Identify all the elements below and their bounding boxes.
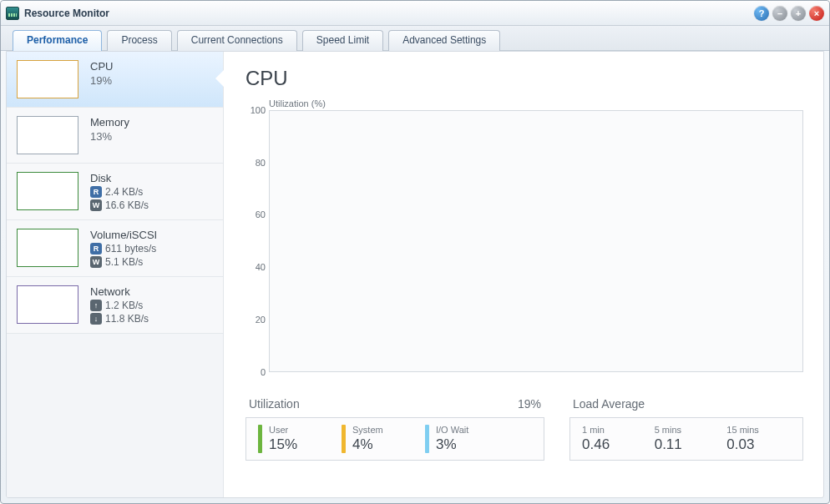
user-bar-icon bbox=[258, 425, 262, 453]
user-value: 15% bbox=[269, 436, 297, 453]
summary-panels: Utilization 19% User 15% bbox=[245, 397, 803, 461]
tab-speed-limit[interactable]: Speed Limit bbox=[302, 30, 383, 51]
sidebar-volume-write: 5.1 KB/s bbox=[105, 256, 143, 268]
y-tick-100: 100 bbox=[245, 105, 266, 115]
write-badge-icon: W bbox=[90, 256, 102, 268]
sidebar-volume-label: Volume/iSCSI bbox=[90, 229, 157, 241]
maximize-button[interactable]: + bbox=[791, 6, 806, 21]
sidebar-network-down: 11.8 KB/s bbox=[105, 313, 149, 325]
upload-icon bbox=[90, 300, 102, 311]
y-tick-40: 40 bbox=[245, 262, 266, 272]
sidebar-memory-value: 13% bbox=[90, 130, 129, 143]
sidebar-item-network[interactable]: Network 1.2 KB/s 11.8 KB/s bbox=[7, 277, 223, 334]
memory-thumb bbox=[17, 116, 78, 154]
load-5min-value: 0.11 bbox=[655, 436, 719, 453]
sidebar-disk-label: Disk bbox=[90, 172, 149, 184]
metric-system: System 4% bbox=[342, 425, 417, 453]
metric-iowait: I/O Wait 3% bbox=[425, 425, 500, 453]
sidebar-item-memory[interactable]: Memory 13% bbox=[7, 108, 223, 164]
sidebar-volume-read: 611 bytes/s bbox=[105, 243, 156, 255]
utilization-heading: Utilization bbox=[249, 397, 300, 411]
disk-thumb bbox=[17, 172, 78, 210]
load-15min-label: 15 mins bbox=[726, 425, 791, 435]
window-title: Resource Monitor bbox=[24, 8, 109, 19]
y-tick-60: 60 bbox=[245, 209, 266, 219]
sidebar-cpu-value: 19% bbox=[90, 74, 113, 87]
body: CPU 19% Memory 13% Disk R 2.4 KB/s bbox=[6, 51, 824, 498]
load-5min-label: 5 mins bbox=[655, 425, 719, 435]
minimize-button[interactable]: – bbox=[772, 6, 787, 21]
metric-user: User 15% bbox=[258, 425, 333, 453]
sidebar-cpu-label: CPU bbox=[90, 60, 113, 73]
y-tick-20: 20 bbox=[245, 315, 266, 325]
page-title: CPU bbox=[245, 67, 803, 90]
tab-performance[interactable]: Performance bbox=[13, 30, 102, 51]
sidebar-disk-write: 16.6 KB/s bbox=[105, 199, 149, 211]
read-badge-icon: R bbox=[90, 186, 102, 198]
utilization-total: 19% bbox=[518, 397, 541, 411]
tab-process[interactable]: Process bbox=[107, 30, 171, 51]
resource-monitor-window: Resource Monitor ? – + × Performance Pro… bbox=[0, 0, 830, 504]
network-thumb bbox=[17, 285, 78, 324]
load-1min-value: 0.46 bbox=[582, 436, 646, 453]
sidebar-network-up: 1.2 KB/s bbox=[105, 300, 143, 311]
load-1min: 1 min 0.46 bbox=[582, 425, 646, 453]
write-badge-icon: W bbox=[90, 199, 102, 211]
y-tick-0: 0 bbox=[245, 367, 266, 377]
system-bar-icon bbox=[342, 425, 346, 453]
load-15min: 15 mins 0.03 bbox=[726, 425, 791, 453]
download-icon bbox=[90, 313, 102, 325]
system-value: 4% bbox=[352, 436, 383, 453]
cpu-thumb bbox=[17, 60, 78, 98]
tab-current-connections[interactable]: Current Connections bbox=[177, 30, 297, 51]
volume-thumb bbox=[17, 229, 78, 267]
sidebar-network-label: Network bbox=[90, 285, 149, 298]
iowait-label: I/O Wait bbox=[436, 425, 468, 435]
load-1min-label: 1 min bbox=[582, 425, 646, 435]
cpu-chart: 100 80 60 40 20 0 bbox=[245, 110, 803, 386]
user-label: User bbox=[269, 425, 297, 435]
loadavg-heading: Load Average bbox=[573, 397, 645, 411]
sidebar-item-volume[interactable]: Volume/iSCSI R 611 bytes/s W 5.1 KB/s bbox=[7, 220, 223, 277]
chart-axis-label: Utilization (%) bbox=[269, 98, 803, 108]
tabstrip: Performance Process Current Connections … bbox=[1, 26, 829, 51]
read-badge-icon: R bbox=[90, 243, 102, 255]
close-button[interactable]: × bbox=[809, 6, 824, 21]
loadavg-panel: Load Average 1 min 0.46 5 mins 0.11 15 m… bbox=[569, 397, 803, 461]
system-label: System bbox=[352, 425, 383, 435]
sidebar-memory-label: Memory bbox=[90, 116, 129, 129]
chart-plot-area bbox=[269, 110, 803, 372]
titlebar: Resource Monitor ? – + × bbox=[1, 1, 829, 26]
sidebar: CPU 19% Memory 13% Disk R 2.4 KB/s bbox=[7, 52, 224, 497]
utilization-panel: Utilization 19% User 15% bbox=[245, 397, 544, 461]
load-15min-value: 0.03 bbox=[726, 436, 791, 453]
main-panel: CPU Utilization (%) 100 80 60 40 20 0 Ut… bbox=[224, 52, 823, 497]
sidebar-disk-read: 2.4 KB/s bbox=[105, 186, 143, 198]
sidebar-item-disk[interactable]: Disk R 2.4 KB/s W 16.6 KB/s bbox=[7, 164, 223, 220]
load-5min: 5 mins 0.11 bbox=[655, 425, 719, 453]
app-icon bbox=[6, 7, 19, 20]
iowait-value: 3% bbox=[436, 436, 468, 453]
sidebar-item-cpu[interactable]: CPU 19% bbox=[7, 52, 223, 108]
tab-advanced-settings[interactable]: Advanced Settings bbox=[388, 30, 500, 51]
y-tick-80: 80 bbox=[245, 158, 266, 168]
iowait-bar-icon bbox=[425, 425, 429, 453]
help-button[interactable]: ? bbox=[754, 6, 769, 21]
